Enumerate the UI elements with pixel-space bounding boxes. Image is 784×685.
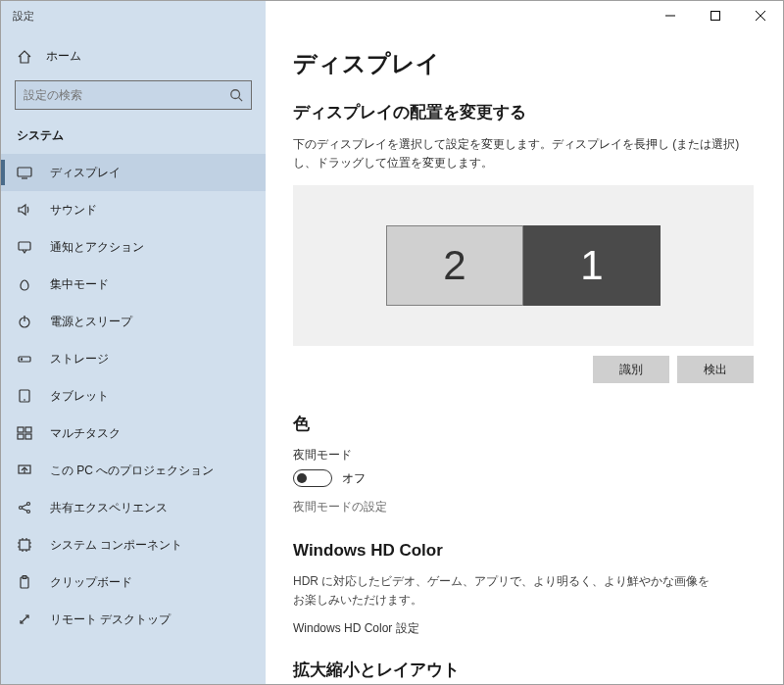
page-title: ディスプレイ: [293, 48, 754, 79]
sidebar-item-sound[interactable]: サウンド: [1, 191, 266, 228]
svg-rect-17: [18, 434, 24, 439]
hdcolor-desc: HDR に対応したビデオ、ゲーム、アプリで、より明るく、より鮮やかな画像をお楽し…: [293, 572, 714, 610]
notifications-icon: [17, 239, 32, 255]
sidebar-item-label: この PC へのプロジェクション: [50, 463, 214, 479]
sidebar-item-label: タブレット: [50, 388, 109, 405]
search-input[interactable]: [24, 88, 229, 102]
svg-point-12: [21, 359, 22, 360]
sidebar-item-storage[interactable]: ストレージ: [1, 340, 266, 377]
sidebar: ホーム システム ディスプレイサウンド通知とアクション集中モード電源とスリープス…: [1, 30, 266, 684]
home-icon: [17, 49, 32, 65]
focus-icon: [17, 276, 32, 292]
hdcolor-settings-link[interactable]: Windows HD Color 設定: [293, 620, 754, 637]
monitor-2[interactable]: 2: [386, 225, 523, 306]
minimize-button[interactable]: [648, 1, 693, 30]
color-section-title: 色: [293, 413, 754, 435]
night-mode-settings-link[interactable]: 夜間モードの設定: [293, 499, 754, 515]
tablet-icon: [17, 388, 32, 404]
storage-icon: [17, 351, 32, 367]
remote-icon: [17, 612, 32, 627]
sidebar-item-focus[interactable]: 集中モード: [1, 266, 266, 303]
main-content: ディスプレイ ディスプレイの配置を変更する 下のディスプレイを選択して設定を変更…: [266, 30, 783, 684]
sound-icon: [17, 202, 32, 218]
sidebar-item-notifications[interactable]: 通知とアクション: [1, 228, 266, 266]
svg-rect-26: [20, 540, 29, 550]
sidebar-item-label: クリップボード: [50, 574, 132, 591]
maximize-button[interactable]: [693, 1, 738, 30]
svg-point-22: [27, 503, 30, 506]
svg-rect-15: [18, 427, 24, 432]
svg-point-21: [20, 507, 23, 510]
shared-icon: [17, 500, 32, 515]
multitask-icon: [17, 425, 32, 441]
sidebar-item-components[interactable]: システム コンポーネント: [1, 526, 266, 563]
home-label: ホーム: [46, 48, 81, 65]
search-icon: [229, 88, 243, 102]
sidebar-item-tablet[interactable]: タブレット: [1, 377, 266, 415]
svg-rect-18: [25, 434, 31, 439]
night-mode-toggle[interactable]: [293, 469, 332, 487]
close-button[interactable]: [738, 1, 783, 30]
svg-point-4: [231, 90, 240, 99]
display-icon: [17, 165, 32, 180]
sidebar-item-clipboard[interactable]: クリップボード: [1, 563, 266, 601]
components-icon: [17, 537, 32, 553]
svg-point-23: [27, 511, 30, 514]
scale-section-title: 拡大縮小とレイアウト: [293, 659, 754, 681]
sidebar-item-label: 集中モード: [50, 276, 109, 293]
svg-line-24: [22, 505, 26, 508]
monitor-1[interactable]: 1: [523, 225, 661, 306]
svg-line-25: [22, 509, 26, 512]
arrangement-title: ディスプレイの配置を変更する: [293, 101, 754, 123]
sidebar-item-projection[interactable]: この PC へのプロジェクション: [1, 452, 266, 489]
svg-rect-16: [25, 427, 31, 432]
sidebar-item-remote[interactable]: リモート デスクトップ: [1, 601, 266, 638]
sidebar-item-label: ストレージ: [50, 351, 109, 367]
sidebar-item-label: 通知とアクション: [50, 239, 144, 256]
sidebar-group-label: システム: [1, 122, 266, 154]
sidebar-item-multitask[interactable]: マルチタスク: [1, 415, 266, 452]
svg-rect-1: [711, 12, 720, 21]
sidebar-item-display[interactable]: ディスプレイ: [1, 154, 266, 191]
night-mode-state: オフ: [342, 470, 366, 487]
projection-icon: [17, 463, 32, 478]
clipboard-icon: [17, 574, 32, 590]
sidebar-item-label: ディスプレイ: [50, 165, 121, 181]
home-button[interactable]: ホーム: [1, 40, 266, 73]
search-input-container[interactable]: [15, 80, 252, 110]
display-arrangement-area[interactable]: 21: [293, 185, 754, 346]
identify-button[interactable]: 識別: [593, 356, 669, 383]
svg-rect-6: [18, 168, 31, 176]
window-title: 設定: [1, 1, 266, 30]
sidebar-item-shared[interactable]: 共有エクスペリエンス: [1, 489, 266, 526]
night-mode-label: 夜間モード: [293, 447, 754, 464]
sidebar-item-power[interactable]: 電源とスリープ: [1, 303, 266, 340]
detect-button[interactable]: 検出: [677, 356, 754, 383]
hdcolor-title: Windows HD Color: [293, 541, 754, 561]
svg-rect-8: [19, 242, 30, 250]
sidebar-item-label: システム コンポーネント: [50, 537, 182, 554]
svg-rect-11: [19, 357, 30, 362]
sidebar-item-label: 電源とスリープ: [50, 314, 132, 330]
sidebar-item-label: マルチタスク: [50, 425, 121, 442]
sidebar-item-label: リモート デスクトップ: [50, 612, 171, 628]
power-icon: [17, 314, 32, 329]
svg-line-5: [239, 98, 243, 102]
arrangement-desc: 下のディスプレイを選択して設定を変更します。ディスプレイを長押し (または選択)…: [293, 135, 744, 171]
sidebar-item-label: サウンド: [50, 202, 97, 219]
sidebar-item-label: 共有エクスペリエンス: [50, 500, 168, 516]
